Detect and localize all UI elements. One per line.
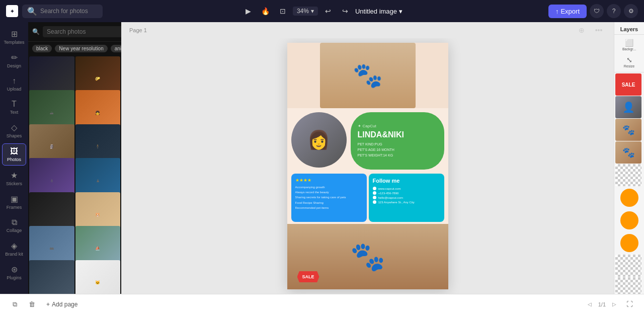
canvas-topbar: Page 1 ⊕ •••	[121, 22, 614, 38]
doc-title[interactable]: Untitled image ▾	[355, 8, 403, 15]
topbar-right: ↑ Export 🛡 ? ⚙	[548, 4, 638, 18]
website-dot	[373, 187, 376, 190]
resize-icon: ⤡	[626, 56, 632, 64]
tag-newyear[interactable]: New year resolution	[55, 45, 107, 52]
sidebar-item-upload[interactable]: ↑ Upload	[2, 73, 26, 95]
global-search[interactable]: 🔍	[22, 5, 103, 18]
global-search-input[interactable]	[40, 8, 98, 15]
background-icon: ⬜	[625, 39, 633, 47]
sidebar-item-collage[interactable]: ⧉ Collage	[2, 215, 26, 236]
email-dot	[373, 196, 376, 199]
canvas-expand-btn[interactable]: ⊕	[575, 23, 589, 37]
redo-btn[interactable]: ↪	[338, 4, 352, 18]
app-logo[interactable]: ✦	[6, 5, 18, 17]
zoom-control[interactable]: 34% ▾	[293, 7, 318, 16]
copy-btn[interactable]: ⧉	[8, 298, 21, 311]
stickers-icon: ★	[11, 171, 18, 180]
brand-kit-icon: ◈	[11, 241, 17, 251]
sidebar-item-brand-kit[interactable]: ◈ Brand kit	[2, 238, 26, 260]
next-page-btn[interactable]: ▷	[609, 299, 620, 310]
layer-sale[interactable]: SALE	[615, 73, 641, 96]
photos-grid: 🌮 ⛰ 👧 🗿 🕴 🕯 ♟ 🐹 🏘 ⛵ 🐱	[28, 55, 121, 294]
topbar: ✦ 🔍 ▶ 🔥 ⊡ 34% ▾ ↩ ↪ Untitled image ▾ ↑ E…	[0, 0, 644, 22]
sidebar-item-templates[interactable]: ⊞ Templates	[2, 26, 26, 48]
zoom-value: 34%	[297, 8, 309, 15]
sidebar-item-frames[interactable]: ▣ Frames	[2, 191, 26, 213]
layers-panel: Layers ⬜ Backgr... ⤡ Resize SALE 👤 🐾	[614, 22, 644, 294]
follow-email: hello@capcut.com	[373, 196, 440, 199]
photos-search-input[interactable]	[43, 26, 121, 37]
layer-checker2[interactable]	[615, 255, 641, 277]
help-icon-btn[interactable]: ?	[607, 4, 621, 18]
sidebar-item-design[interactable]: ✏ Design	[2, 50, 26, 71]
follow-title: Follow me	[373, 178, 440, 184]
layers-tools: ⬜ Backgr... ⤡ Resize	[614, 35, 644, 72]
design-canvas[interactable]: 🐾 👩 ✦ CapCut LINDA&NIKI PET KIND:PUG PET…	[287, 43, 448, 289]
trash-btn[interactable]: 🗑	[25, 298, 38, 311]
capcut-logo-text: CapCut	[363, 124, 376, 128]
layer-orange1[interactable]	[620, 189, 638, 207]
main-area: ⊞ Templates ✏ Design ↑ Upload T Text ◇ S…	[0, 22, 644, 294]
sidebar-item-shapes[interactable]: ◇ Shapes	[2, 120, 26, 141]
bottom-mid-row: ★★★★ Accompanying growth Always record t…	[287, 174, 448, 224]
add-page-label: Add page	[52, 301, 77, 308]
photo-thumb-13[interactable]	[29, 260, 74, 294]
photos-icon: 🖼	[10, 147, 18, 156]
page-nav: ◁ 1/1 ▷ ⛶	[584, 298, 636, 311]
fullscreen-btn[interactable]: ⛶	[623, 298, 636, 311]
follow-card: Follow me www.capcut.com +123-456-7890 h…	[369, 174, 444, 222]
collage-icon: ⧉	[12, 218, 17, 227]
layer-pug2[interactable]: 🐾	[615, 141, 641, 164]
prev-page-btn[interactable]: ◁	[584, 299, 595, 310]
upload-icon: ↑	[12, 76, 16, 86]
profile-circle-image[interactable]: 👩	[291, 112, 347, 168]
sidebar-item-photos[interactable]: 🖼 Photos	[2, 143, 26, 166]
search-icon: 🔍	[27, 7, 37, 16]
shapes-icon: ◇	[11, 123, 17, 132]
capcut-logo-icon: ✦	[358, 124, 361, 128]
mid-section: 👩 ✦ CapCut LINDA&NIKI PET KIND:PUG PET'S…	[287, 108, 448, 174]
background-tool[interactable]: ⬜ Backgr...	[616, 37, 642, 53]
pet-details: PET KIND:PUG PET'S AGE:16 MONTH PET'S WE…	[358, 141, 437, 159]
resize-tool[interactable]: ⤡ Resize	[616, 54, 642, 70]
layer-checker3[interactable]	[615, 277, 641, 294]
canvas-area: Page 1 ⊕ ••• 🐾 👩 ✦ CapCut	[121, 22, 614, 294]
doc-title-text: Untitled image	[355, 8, 397, 15]
layers-header: Layers	[614, 22, 644, 35]
bottom-bar: ⧉ 🗑 + Add page ◁ 1/1 ▷ ⛶	[0, 294, 644, 314]
pointer-tool[interactable]: ▶	[242, 4, 256, 18]
frames-icon: ▣	[11, 194, 18, 204]
tag-black[interactable]: black	[32, 45, 52, 52]
layer-orange2[interactable]	[620, 211, 638, 229]
canvas-more-btn[interactable]: •••	[592, 23, 606, 37]
tag-ani[interactable]: ani	[111, 45, 121, 52]
undo-btn[interactable]: ↩	[321, 4, 335, 18]
sidebar-item-stickers[interactable]: ★ Stickers	[2, 168, 26, 189]
add-page-btn[interactable]: + Add page	[42, 299, 82, 310]
settings-icon-btn[interactable]: ⚙	[624, 4, 638, 18]
info-box: ✦ CapCut LINDA&NIKI PET KIND:PUG PET'S A…	[351, 112, 444, 170]
fire-tool[interactable]: 🔥	[259, 4, 273, 18]
pug-top-image[interactable]: 🐾	[320, 43, 416, 108]
canvas-wrapper: 🐾 👩 ✦ CapCut LINDA&NIKI PET KIND:PUG PET…	[121, 38, 614, 294]
text-icon: T	[12, 100, 17, 109]
shield-icon-btn[interactable]: 🛡	[590, 4, 604, 18]
layout-tool[interactable]: ⊡	[276, 4, 290, 18]
photo-thumb-14[interactable]: 🐱	[75, 260, 121, 294]
layer-pug1[interactable]: 🐾	[615, 119, 641, 141]
address-dot	[373, 200, 376, 204]
page-counter: 1/1	[598, 301, 606, 307]
sidebar-item-plugins[interactable]: ⊛ Plugins	[2, 262, 26, 283]
follow-phone: +123-456-7890	[373, 191, 440, 195]
export-button[interactable]: ↑ Export	[548, 5, 587, 18]
sale-badge: SALE	[297, 271, 319, 282]
canvas-actions: ⊕ •••	[575, 23, 606, 37]
layer-person[interactable]: 👤	[615, 96, 641, 118]
layer-orange3[interactable]	[620, 234, 638, 252]
plugins-icon: ⊛	[11, 265, 18, 274]
pug-top-section: 🐾	[287, 43, 448, 108]
sidebar-item-text[interactable]: T Text	[2, 97, 26, 118]
layer-checker1[interactable]	[615, 164, 641, 186]
layers-list: SALE 👤 🐾 🐾	[614, 72, 644, 294]
design-icon: ✏	[11, 53, 18, 62]
